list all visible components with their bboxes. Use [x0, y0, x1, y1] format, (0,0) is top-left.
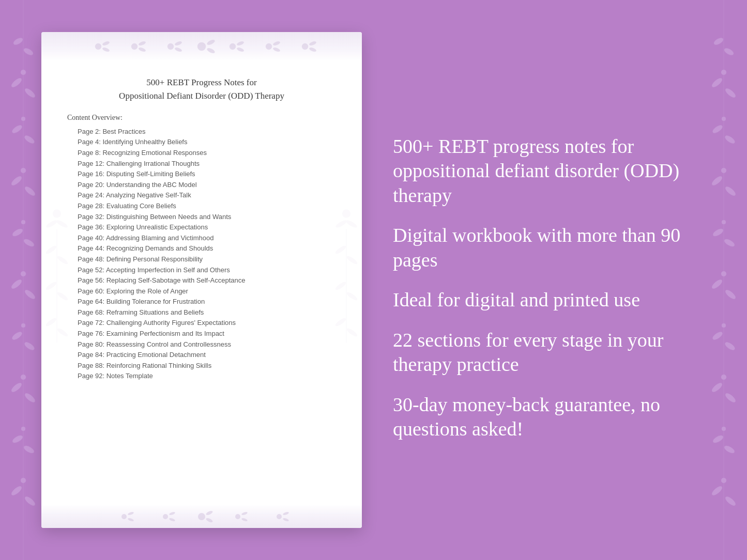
content-overview-label: Content Overview: — [67, 114, 336, 122]
svg-point-64 — [138, 40, 146, 45]
toc-item: Page 8: Recognizing Emotional Responses — [67, 147, 336, 158]
svg-point-89 — [45, 317, 57, 327]
svg-point-85 — [45, 244, 57, 255]
svg-point-111 — [241, 511, 248, 516]
svg-point-92 — [335, 219, 348, 229]
svg-point-95 — [334, 244, 347, 255]
table-of-contents: Page 2: Best PracticesPage 4: Identifyin… — [67, 126, 336, 381]
svg-point-105 — [169, 511, 176, 516]
toc-item: Page 56: Replacing Self-Sabotage with Se… — [67, 275, 336, 286]
svg-point-73 — [236, 40, 244, 45]
svg-point-65 — [138, 46, 146, 52]
document-title-line1: 500+ REBT Progress Notes for — [146, 77, 256, 87]
svg-point-108 — [205, 510, 213, 516]
toc-item: Page 2: Best Practices — [67, 126, 336, 137]
toc-item: Page 20: Understanding the ABC Model — [67, 179, 336, 190]
toc-item: Page 32: Distinguishing Between Needs an… — [67, 211, 336, 222]
info-panel: 500+ REBT progress notes for oppositiona… — [393, 119, 716, 442]
svg-point-101 — [121, 514, 127, 519]
svg-point-71 — [206, 47, 215, 54]
toc-item: Page 92: Notes Template — [67, 371, 336, 382]
svg-point-103 — [128, 517, 134, 522]
toc-item: Page 24: Analyzing Negative Self-Talk — [67, 190, 336, 201]
toc-item: Page 40: Addressing Blaming and Victimho… — [67, 232, 336, 243]
feature-item-4: 30-day money-back guarantee, no question… — [393, 393, 695, 442]
svg-point-114 — [283, 511, 289, 516]
svg-point-70 — [206, 39, 215, 45]
svg-point-68 — [174, 46, 182, 52]
svg-point-110 — [235, 514, 240, 519]
feature-item-0: 500+ REBT progress notes for oppositiona… — [393, 134, 695, 208]
svg-point-69 — [197, 42, 206, 51]
toc-item: Page 16: Disputing Self-Limiting Beliefs — [67, 168, 336, 179]
svg-point-96 — [346, 255, 358, 265]
feature-item-2: Ideal for digital and printed use — [393, 288, 695, 313]
svg-point-113 — [277, 514, 282, 519]
svg-point-76 — [272, 40, 280, 45]
svg-point-100 — [346, 327, 358, 337]
svg-point-104 — [163, 514, 168, 519]
toc-item: Page 44: Recognizing Demands and Shoulds — [67, 243, 336, 254]
document-content: 500+ REBT Progress Notes for Oppositiona… — [67, 76, 336, 512]
toc-item: Page 48: Defining Personal Responsibilit… — [67, 254, 336, 265]
svg-point-63 — [131, 43, 138, 50]
svg-point-115 — [283, 517, 289, 522]
svg-point-112 — [241, 517, 248, 522]
document-title-line2: Oppositional Defiant Disorder (ODD) Ther… — [119, 91, 284, 101]
toc-item: Page 84: Practicing Emotional Detachment — [67, 349, 336, 360]
svg-point-83 — [56, 219, 69, 229]
svg-point-87 — [45, 281, 57, 291]
svg-point-78 — [302, 43, 308, 50]
toc-item: Page 36: Exploring Unrealistic Expectati… — [67, 222, 336, 232]
toc-item: Page 88: Reinforcing Rational Thinking S… — [67, 360, 336, 371]
svg-point-75 — [266, 43, 272, 50]
svg-point-79 — [309, 40, 316, 45]
toc-item: Page 68: Reframing Situations and Belief… — [67, 307, 336, 318]
toc-item: Page 12: Challenging Irrational Thoughts — [67, 158, 336, 169]
svg-point-91 — [342, 210, 350, 218]
svg-point-82 — [45, 219, 58, 229]
svg-point-66 — [167, 43, 174, 50]
svg-point-61 — [102, 40, 110, 45]
svg-point-99 — [334, 317, 347, 327]
document-title: 500+ REBT Progress Notes for Oppositiona… — [67, 76, 336, 102]
svg-point-107 — [198, 513, 205, 520]
toc-item: Page 76: Examining Perfectionism and Its… — [67, 328, 336, 339]
card-left-watermark — [44, 198, 70, 362]
svg-point-80 — [309, 46, 316, 52]
card-right-watermark — [333, 198, 359, 362]
feature-item-1: Digital workbook with more than 90 pages — [393, 223, 695, 272]
svg-point-72 — [230, 43, 236, 50]
toc-item: Page 80: Reassessing Control and Control… — [67, 339, 336, 350]
svg-point-102 — [128, 511, 134, 516]
svg-point-60 — [95, 43, 101, 50]
document-preview-card: 500+ REBT Progress Notes for Oppositiona… — [41, 32, 362, 528]
svg-point-106 — [169, 517, 176, 522]
toc-item: Page 72: Challenging Authority Figures' … — [67, 318, 336, 329]
toc-item: Page 4: Identifying Unhealthy Beliefs — [67, 137, 336, 148]
main-layout: 500+ REBT Progress Notes for Oppositiona… — [0, 0, 747, 560]
svg-point-98 — [346, 291, 358, 301]
svg-point-81 — [53, 210, 61, 218]
toc-item: Page 60: Exploring the Role of Anger — [67, 286, 336, 297]
svg-point-97 — [334, 281, 347, 291]
svg-point-67 — [174, 40, 182, 45]
svg-point-74 — [236, 46, 244, 52]
svg-point-62 — [102, 46, 110, 52]
svg-point-77 — [272, 46, 280, 52]
feature-item-3: 22 sections for every stage in your ther… — [393, 328, 695, 377]
card-top-decoration — [41, 32, 362, 60]
toc-item: Page 64: Building Tolerance for Frustrat… — [67, 297, 336, 307]
card-bottom-decoration — [41, 505, 362, 528]
toc-item: Page 52: Accepting Imperfection in Self … — [67, 265, 336, 275]
toc-item: Page 28: Evaluating Core Beliefs — [67, 200, 336, 211]
svg-point-93 — [345, 219, 358, 229]
svg-point-109 — [205, 517, 213, 523]
